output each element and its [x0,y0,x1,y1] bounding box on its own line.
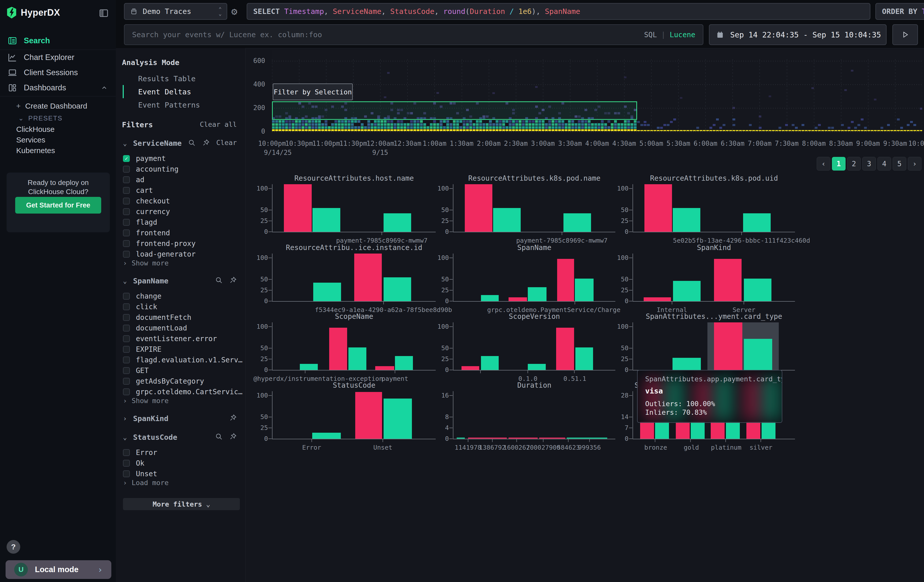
checkbox-unchecked[interactable] [123,166,130,173]
filter-checkbox-row[interactable]: accounting [123,163,179,175]
query-language-toggle[interactable]: SQL | Lucene [644,31,695,39]
filter-option-label[interactable]: change [136,292,162,300]
pin-icon[interactable] [229,414,237,422]
filter-checkbox-row[interactable]: cart [123,185,153,196]
search-icon[interactable] [215,276,223,284]
filter-section-name[interactable]: StatusCode [133,433,177,442]
page-button-2[interactable]: 2 [847,157,861,171]
filter-option-label[interactable]: frontend-proxy [136,239,196,248]
filter-option-label[interactable]: click [136,303,157,311]
checkbox-unchecked[interactable] [123,208,130,215]
presets-toggle[interactable]: ⌄ PRESETS [18,114,63,122]
filter-option-label[interactable]: flagd.evaluation.v1.Serv… [136,356,243,364]
filter-option-label[interactable]: ad [136,176,144,184]
search-icon[interactable] [215,433,223,440]
filter-section-name[interactable]: SpanKind [133,414,168,423]
help-button[interactable]: ? [7,540,20,554]
filter-checkbox-row[interactable]: click [123,301,157,312]
events-heatmap[interactable] [272,49,922,133]
sidebar-item-client-sessions[interactable]: Client Sessions [0,65,116,80]
filter-option-label[interactable]: cart [136,186,153,195]
filter-option-label[interactable]: currency [136,208,170,216]
filter-section-name[interactable]: ServiceName [133,139,182,148]
filter-checkbox-row[interactable]: flagd [123,217,157,228]
filter-checkbox-row[interactable]: Unset [123,468,157,479]
filter-option-label[interactable]: Ok [136,459,144,467]
filter-checkbox-row[interactable]: Ok [123,457,144,469]
sidebar-item-chart-explorer[interactable]: Chart Explorer [0,50,116,65]
analysis-mode-event-deltas[interactable]: Event Deltas [138,87,191,96]
filter-option-label[interactable]: documentLoad [136,324,187,332]
chevron-down-icon[interactable]: ⌄ [123,277,130,285]
filter-checkbox-row[interactable]: change [123,290,162,302]
filter-checkbox-row[interactable]: getAdsByCategory [123,376,204,387]
filter-checkbox-row[interactable]: checkout [123,195,170,206]
page-next-button[interactable]: › [908,157,921,171]
filter-option-label[interactable]: flagd [136,218,157,226]
filter-show-more[interactable]: ›Show more [123,397,169,405]
get-started-button[interactable]: Get Started for Free [15,197,101,214]
filter-section-name[interactable]: SpanName [133,277,168,285]
checkbox-unchecked[interactable] [123,449,130,456]
checkbox-unchecked[interactable] [123,378,130,385]
lucene-toggle[interactable]: Lucene [670,31,695,39]
sidebar-item-clickhouse[interactable]: ClickHouse [16,125,54,134]
page-button-4[interactable]: 4 [878,157,891,171]
pin-icon[interactable] [229,433,237,440]
checkbox-unchecked[interactable] [123,314,130,321]
filter-option-label[interactable]: EXPIRE [136,345,162,353]
sidebar-item-dashboards[interactable]: Dashboards [0,81,116,95]
checkbox-unchecked[interactable] [123,187,130,194]
filter-checkbox-row[interactable]: frontend [123,227,170,238]
filter-option-label[interactable]: GET [136,366,149,375]
checkbox-unchecked[interactable] [123,198,130,204]
checkbox-unchecked[interactable] [123,388,130,395]
filter-checkbox-row[interactable]: frontend-proxy [123,238,196,249]
pin-icon[interactable] [229,276,237,284]
filter-checkbox-row[interactable]: EXPIRE [123,344,162,355]
checkbox-checked[interactable]: ✓ [123,155,130,162]
chevron-right-icon[interactable]: › [123,415,130,422]
checkbox-unchecked[interactable] [123,240,130,247]
filter-load-more[interactable]: ›Load more [123,479,169,486]
checkbox-unchecked[interactable] [123,176,130,183]
create-dashboard-button[interactable]: + Create Dashboard [16,102,87,110]
filter-option-label[interactable]: getAdsByCategory [136,377,204,386]
chevron-down-icon[interactable]: ⌄ [123,139,130,147]
orderby-input[interactable]: ORDER BY Timestamp DESC [875,3,924,20]
filter-checkbox-row[interactable]: load-generator [123,249,196,260]
filter-checkbox-row[interactable]: eventListener.error [123,333,217,344]
filter-option-label[interactable]: payment [136,154,166,163]
chevron-down-icon[interactable]: ⌄ [123,434,130,441]
local-mode-button[interactable]: U Local mode › [6,560,111,579]
page-prev-button[interactable]: ‹ [817,157,830,171]
run-query-button[interactable] [893,24,918,45]
gear-icon[interactable]: ⚙ [231,6,237,17]
filter-option-label[interactable]: accounting [136,165,179,173]
clear-section-button[interactable]: Clear [216,138,237,147]
sql-toggle[interactable]: SQL [644,31,657,39]
checkbox-unchecked[interactable] [123,346,130,353]
checkbox-unchecked[interactable] [123,325,130,331]
checkbox-unchecked[interactable] [123,293,130,300]
page-button-3[interactable]: 3 [862,157,876,171]
filter-by-selection-button[interactable]: Filter by Selection [273,84,353,100]
checkbox-unchecked[interactable] [123,303,130,310]
pin-icon[interactable] [202,139,210,147]
search-input[interactable]: Search your events w/ Lucene ex. column:… [124,24,703,45]
sidebar-collapse-icon[interactable] [99,8,109,18]
filter-checkbox-row[interactable]: documentFetch [123,312,191,323]
clear-all-button[interactable]: Clear all [200,120,237,128]
checkbox-unchecked[interactable] [123,356,130,363]
filter-checkbox-row[interactable]: flagd.evaluation.v1.Serv… [123,354,243,365]
analysis-mode-event-patterns[interactable]: Event Patterns [138,101,200,109]
search-icon[interactable] [188,139,196,147]
filter-checkbox-row[interactable]: GET [123,365,149,376]
filter-option-label[interactable]: Unset [136,470,157,478]
select-query-input[interactable]: SELECT Timestamp, ServiceName, StatusCod… [247,3,870,20]
filter-show-more[interactable]: ›Show more [123,259,169,267]
sidebar-item-services[interactable]: Services [16,136,45,144]
filter-option-label[interactable]: Error [136,448,157,457]
checkbox-unchecked[interactable] [123,460,130,467]
checkbox-unchecked[interactable] [123,219,130,226]
